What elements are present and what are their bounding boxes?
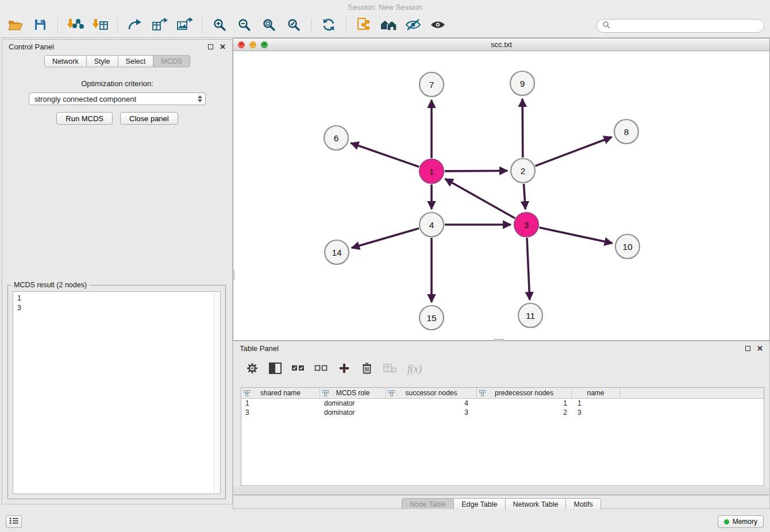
zoom-window-button[interactable]: +: [261, 41, 268, 48]
toolbar-separator: [57, 18, 58, 33]
zoom-fit-button[interactable]: [259, 17, 279, 35]
zoom-out-button[interactable]: [234, 17, 254, 35]
network-window-titlebar[interactable]: × − + scc.txt: [233, 38, 769, 51]
control-panel-title: Control Panel: [9, 43, 54, 51]
column-header-mcds-role[interactable]: MCDS role: [320, 388, 386, 398]
apply-function-button[interactable]: f(x): [407, 363, 422, 375]
graph-node-14[interactable]: 14: [325, 240, 349, 264]
close-window-button[interactable]: ×: [238, 41, 245, 48]
bird-eye-view-button[interactable]: [428, 17, 448, 35]
import-table-button[interactable]: [90, 17, 110, 35]
tab-network[interactable]: Network: [44, 55, 87, 67]
network-graph[interactable]: 7968124314101511: [233, 51, 769, 340]
apply-layout-button[interactable]: [319, 17, 338, 35]
result-scrollbar[interactable]: [214, 292, 220, 494]
graph-node-9[interactable]: 9: [510, 71, 534, 95]
graph-node-3[interactable]: 3: [514, 213, 538, 237]
graph-node-4[interactable]: 4: [419, 213, 444, 237]
column-header-successor-nodes[interactable]: successor nodes: [386, 388, 477, 398]
graph-edge-1-6[interactable]: [351, 143, 419, 167]
tab-mcds[interactable]: MCDS: [153, 55, 190, 67]
tab-network-table[interactable]: Network Table: [505, 498, 567, 510]
add-column-button[interactable]: [336, 360, 352, 377]
table-row[interactable]: 3 dominator 3 2 3: [241, 408, 764, 417]
sort-icon: [388, 390, 395, 398]
graph-edge-2-3[interactable]: [524, 184, 526, 209]
close-panel-icon[interactable]: ✕: [220, 44, 226, 50]
svg-text:11: 11: [526, 311, 535, 321]
import-table-icon: [92, 18, 108, 33]
tab-style[interactable]: Style: [86, 55, 118, 67]
table-row[interactable]: 1 dominator 4 1 1: [241, 399, 764, 408]
graph-edge-1-2[interactable]: [445, 171, 507, 171]
graph-node-6[interactable]: 6: [324, 126, 348, 150]
clone-network-icon: [356, 17, 371, 34]
mcds-result-item[interactable]: 1: [17, 294, 220, 303]
close-table-panel-icon[interactable]: ✕: [757, 346, 763, 352]
graph-node-10[interactable]: 10: [615, 234, 640, 259]
minimize-window-button[interactable]: −: [249, 41, 256, 48]
table-panel: Table Panel ✕ f(x): [233, 341, 770, 509]
window-title: Session: New Session: [348, 3, 422, 11]
network-overview-button[interactable]: [379, 17, 398, 35]
node-table[interactable]: shared name MCDS role successor nodes pr…: [241, 387, 764, 486]
column-header-shared-name[interactable]: shared name: [241, 388, 320, 398]
network-view-window: × − + scc.txt 7968124314101511: [233, 38, 770, 341]
import-network-button[interactable]: [66, 17, 85, 35]
svg-text:8: 8: [624, 127, 629, 137]
graph-node-11[interactable]: 11: [518, 303, 542, 327]
search-box[interactable]: [596, 19, 764, 33]
save-icon: [34, 18, 47, 33]
search-input[interactable]: [613, 22, 759, 30]
select-all-button[interactable]: [290, 360, 306, 377]
graph-edge-3-11[interactable]: [527, 238, 530, 300]
export-network-button[interactable]: [125, 17, 145, 35]
float-panel-icon[interactable]: [208, 44, 213, 49]
network-canvas[interactable]: 7968124314101511: [233, 51, 769, 340]
run-mcds-button[interactable]: Run MCDS: [56, 112, 113, 125]
graph-edge-2-8[interactable]: [536, 137, 612, 166]
mcds-result-list[interactable]: 1 3: [13, 291, 221, 494]
graph-edge-2-9[interactable]: [522, 99, 523, 157]
graph-node-1[interactable]: 1: [419, 159, 444, 183]
save-session-button[interactable]: [30, 17, 50, 35]
sort-icon: [244, 390, 250, 398]
graph-edge-4-14[interactable]: [352, 228, 419, 248]
task-history-button[interactable]: [6, 515, 22, 528]
open-folder-icon: [8, 18, 23, 33]
show-hide-graphics-button[interactable]: [403, 17, 423, 35]
tab-node-table[interactable]: Node Table: [402, 498, 454, 510]
open-session-button[interactable]: [6, 17, 25, 35]
network-window-title: scc.txt: [233, 40, 769, 49]
delete-column-button[interactable]: [359, 360, 375, 377]
delete-table-button[interactable]: [382, 360, 398, 377]
graph-node-8[interactable]: 8: [614, 119, 638, 144]
float-table-panel-icon[interactable]: [745, 346, 750, 351]
splitter-handle-vertical[interactable]: [232, 271, 234, 280]
table-scroll-strip[interactable]: [233, 487, 769, 495]
table-settings-button[interactable]: [244, 360, 260, 377]
zoom-in-button[interactable]: [210, 17, 229, 35]
clone-network-button[interactable]: [354, 17, 374, 35]
tab-motifs[interactable]: Motifs: [565, 498, 600, 510]
tab-select[interactable]: Select: [118, 55, 154, 67]
close-mcds-panel-button[interactable]: Close panel: [120, 112, 178, 125]
mcds-result-item[interactable]: 3: [17, 303, 220, 313]
show-column-button[interactable]: [267, 360, 283, 377]
memory-button[interactable]: Memory: [718, 515, 764, 528]
unselect-all-button[interactable]: [313, 360, 329, 377]
graph-edge-3-1[interactable]: [445, 179, 515, 218]
graph-node-7[interactable]: 7: [419, 72, 444, 97]
zoom-selected-button[interactable]: [284, 17, 303, 35]
optimization-criterion-label: Optimization criterion:: [2, 79, 232, 88]
column-header-name[interactable]: name: [572, 388, 620, 398]
graph-node-15[interactable]: 15: [419, 306, 444, 330]
column-header-predecessor-nodes[interactable]: predecessor nodes: [477, 388, 572, 398]
export-image-button[interactable]: [175, 17, 194, 35]
graph-edge-3-10[interactable]: [540, 228, 613, 243]
tab-edge-table[interactable]: Edge Table: [453, 498, 505, 510]
criterion-dropdown[interactable]: strongly connected component: [29, 92, 206, 105]
export-table-button[interactable]: [150, 17, 170, 35]
graph-node-2[interactable]: 2: [511, 159, 535, 183]
plus-icon: [339, 363, 349, 375]
